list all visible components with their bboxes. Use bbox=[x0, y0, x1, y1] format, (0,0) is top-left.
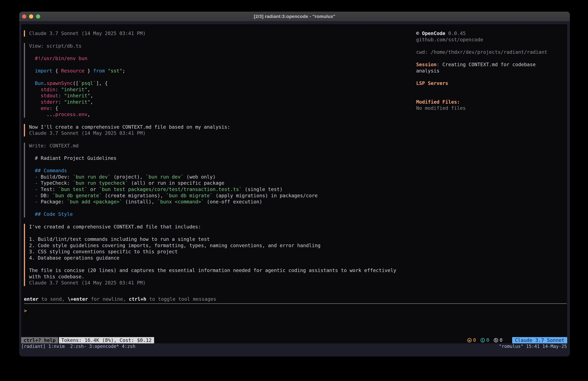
sidebar-line: github.com/sst/opencode bbox=[416, 37, 566, 43]
sidebar-line: © OpenCode 0.0.45 bbox=[416, 30, 566, 37]
terminal-line: stdin: "inherit", bbox=[29, 87, 418, 93]
info-counter: i0 bbox=[481, 337, 489, 343]
terminal-line: 3. CSS styling conventions specific to t… bbox=[29, 249, 418, 255]
assistant-message-block: Now I'll create a comprehensive CONTEXT.… bbox=[24, 124, 418, 136]
terminal-line: Claude 3.7 Sonnet (14 May 2025 03:41 PM) bbox=[29, 130, 418, 136]
sidebar-line: Session: Creating CONTEXT.md for codebas… bbox=[416, 62, 566, 68]
window-title: [2/3] radiant:3:opencode - "romulus" bbox=[254, 14, 335, 19]
sidebar-line bbox=[416, 93, 566, 99]
tmux-host-clock: "romulus" 15:41 14-May-25 bbox=[499, 343, 567, 349]
help-chip[interactable]: ctrl+? help bbox=[21, 337, 58, 343]
sidebar-line: cwd: /home/thdxr/dev/projects/radiant/ra… bbox=[416, 49, 566, 55]
terminal-line: env: { bbox=[29, 105, 418, 112]
terminal-line: stdout: "inherit", bbox=[29, 93, 418, 99]
terminal-line bbox=[29, 49, 418, 55]
terminal-line bbox=[29, 230, 418, 236]
terminal-line: - TypeCheck: `bun run typecheck` (all) o… bbox=[29, 180, 418, 186]
warnings-counter: w0 bbox=[467, 337, 476, 343]
terminal-line: ## Code Style bbox=[29, 211, 418, 218]
terminal-line: ## Commands bbox=[29, 168, 418, 174]
terminal-line: - DB: `bun db generate` (create migratio… bbox=[29, 193, 418, 199]
title-bar: [2/3] radiant:3:opencode - "romulus" bbox=[19, 12, 570, 21]
conversation-pane: Claude 3.7 Sonnet (14 May 2025 03:41 PM)… bbox=[24, 30, 418, 292]
terminal-line: Now I'll create a comprehensive CONTEXT.… bbox=[29, 124, 418, 130]
terminal-line: import { Resource } from "sst"; bbox=[29, 68, 418, 74]
prompt-input[interactable]: > bbox=[24, 308, 27, 314]
sidebar-line: No modified files bbox=[416, 105, 566, 112]
info-count: 0 bbox=[486, 337, 489, 343]
terminal-line: Claude 3.7 Sonnet (14 May 2025 03:41 PM) bbox=[29, 30, 418, 37]
keybind-help-text: enter to send, \+enter for newline, ctrl… bbox=[24, 296, 216, 302]
diagnostic-counters: w0i0h0 bbox=[467, 337, 503, 343]
input-separator bbox=[24, 303, 567, 304]
terminal-line: ...process.env, bbox=[29, 112, 418, 118]
terminal-line bbox=[29, 261, 418, 268]
traffic-lights bbox=[22, 12, 40, 21]
sidebar-line bbox=[416, 74, 566, 80]
close-button[interactable] bbox=[22, 14, 26, 19]
info-icon: i bbox=[481, 338, 485, 342]
assistant-message-block: Claude 3.7 Sonnet (14 May 2025 03:41 PM) bbox=[24, 30, 418, 37]
sidebar-line bbox=[416, 55, 566, 62]
terminal-line: - Build/Dev: `bun run dev` (project), `b… bbox=[29, 174, 418, 180]
warnings-icon: w bbox=[467, 338, 472, 342]
terminal-line: - Package: `bun add <package>` (install)… bbox=[29, 199, 418, 205]
warnings-count: 0 bbox=[473, 337, 476, 343]
tmux-session-windows[interactable]: [radiant] 1:nvim 2:zsh- 3:opencode* 4:zs… bbox=[21, 343, 135, 349]
keybind-help-line: enter to send, \+enter for newline, ctrl… bbox=[24, 296, 216, 302]
terminal-line: I've created a comprehensive CONTEXT.md … bbox=[29, 224, 418, 230]
terminal-line bbox=[29, 74, 418, 80]
hints-counter: h0 bbox=[494, 337, 503, 343]
terminal-line: stderr: "inherit", bbox=[29, 99, 418, 105]
terminal-line: Bun.spawnSync([`psql`], { bbox=[29, 80, 418, 87]
opencode-tui: Claude 3.7 Sonnet (14 May 2025 03:41 PM)… bbox=[21, 24, 567, 343]
model-chip[interactable]: Claude 3.7 Sonnet bbox=[512, 337, 567, 343]
status-bar: ctrl+? help Tokens: 16.4K (8%), Cost: $0… bbox=[21, 337, 567, 343]
hints-icon: h bbox=[494, 338, 498, 342]
tool-output-block: View: script/db.ts #!/usr/bin/env bun im… bbox=[24, 43, 418, 118]
terminal-line: Write: CONTEXT.md bbox=[29, 143, 418, 149]
terminal-line: The file is concise (20 lines) and captu… bbox=[29, 267, 418, 274]
terminal-line: Claude 3.7 Sonnet (14 May 2025 03:41 PM) bbox=[29, 280, 418, 286]
assistant-message-block: I've created a comprehensive CONTEXT.md … bbox=[24, 224, 418, 286]
sidebar-line: Modified Files: bbox=[416, 99, 566, 105]
terminal-window: [2/3] radiant:3:opencode - "romulus" Cla… bbox=[19, 12, 570, 357]
sidebar-line: LSP Servers bbox=[416, 80, 566, 87]
tmux-status-bar: [radiant] 1:nvim 2:zsh- 3:opencode* 4:zs… bbox=[21, 343, 567, 349]
hints-count: 0 bbox=[500, 337, 503, 343]
sidebar-line: analysis bbox=[416, 68, 566, 74]
terminal-line: # Radiant Project Guidelines bbox=[29, 155, 418, 161]
terminal-line bbox=[29, 149, 418, 155]
terminal-line bbox=[29, 205, 418, 211]
terminal-line bbox=[29, 161, 418, 168]
terminal-line: #!/usr/bin/env bun bbox=[29, 55, 418, 62]
terminal-line bbox=[29, 62, 418, 68]
terminal-line: 1. Build/lint/test commands including ho… bbox=[29, 236, 418, 243]
terminal-line: with this codebase. bbox=[29, 274, 418, 280]
sidebar-line bbox=[416, 86, 566, 93]
tool-output-block: Write: CONTEXT.md # Radiant Project Guid… bbox=[24, 143, 418, 218]
prompt-symbol: > bbox=[24, 308, 27, 314]
terminal-line: View: script/db.ts bbox=[29, 43, 418, 49]
tokens-cost-chip: Tokens: 16.4K (8%), Cost: $0.12 bbox=[59, 337, 154, 343]
sidebar-line bbox=[416, 43, 566, 49]
minimize-button[interactable] bbox=[29, 14, 33, 19]
terminal-line: 4. Database operations guidance bbox=[29, 255, 418, 261]
zoom-button[interactable] bbox=[36, 14, 40, 19]
terminal-line: 2. Code style guidelines covering import… bbox=[29, 243, 418, 249]
terminal-line: - Test: `bun test` or `bun test packages… bbox=[29, 186, 418, 193]
session-sidebar: © OpenCode 0.0.45github.com/sst/opencode… bbox=[416, 30, 566, 112]
